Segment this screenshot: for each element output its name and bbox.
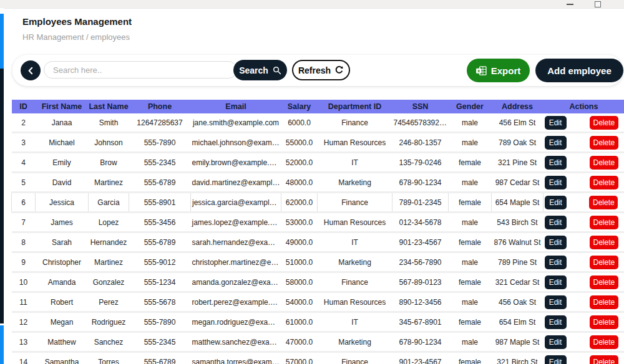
cell-actions: EditDelete [544,352,624,364]
toolbar-card: Search Refresh x Export Add employee [12,55,623,86]
column-header: Gender [449,100,492,113]
export-button[interactable]: x Export [467,59,530,82]
cell-actions: EditDelete [544,133,624,153]
cell-ssn: 012-34-5678 [392,213,449,232]
cell-email: amanda.gonzalez@example.com [191,272,281,292]
cell-phone: 555-2345 [129,332,191,352]
cell-ssn: 901-23-4567 [392,232,449,252]
cell-department: Finance [318,352,392,364]
back-button[interactable] [21,60,41,80]
cell-ssn: 678-90-1234 [392,173,449,193]
cell-address: 987 Maple St [492,332,544,352]
cell-ssn: 234-56-7890 [392,252,449,272]
cell-gender: female [449,352,492,364]
cell-salary: 51000.0 [281,252,318,272]
edit-button[interactable]: Edit [545,216,567,229]
column-header: SSN [392,100,449,113]
minimize-icon[interactable] [567,4,573,5]
edit-button[interactable]: Edit [545,335,567,349]
search-button-label: Search [239,65,268,75]
refresh-button[interactable]: Refresh [292,60,350,80]
delete-button[interactable]: Delete [590,335,618,349]
cell-gender: female [449,272,492,292]
search-button[interactable]: Search [233,60,287,80]
refresh-icon [334,65,344,75]
cell-address: 321 Cedar St [492,272,544,292]
cell-id: 14 [12,352,36,364]
cell-actions: EditDelete [544,213,624,232]
cell-department: Human Resources [318,213,392,232]
cell-phone: 555-6789 [129,173,191,193]
cell-address: 543 Birch St [492,213,544,232]
cell-salary: 61000.0 [281,312,318,332]
cell-last_name: Sanchez [89,332,129,352]
cell-salary: 58000.0 [281,272,318,292]
delete-button[interactable]: Delete [590,116,618,130]
search-input[interactable] [44,61,237,79]
cell-department: Finance [318,113,392,133]
cell-actions: EditDelete [544,292,624,312]
cell-first_name: Samantha [36,352,89,364]
cell-last_name: Brow [89,153,129,173]
cell-last_name: Martinez [89,252,129,272]
edit-button[interactable]: Edit [545,315,567,329]
cell-department: Finance [318,193,392,213]
cell-address: 456 Oak St [492,292,544,312]
cell-last_name: Perez [89,292,129,312]
edit-button[interactable]: Edit [545,355,567,364]
edit-button[interactable]: Edit [545,116,567,130]
delete-button[interactable]: Delete [590,275,618,289]
cell-first_name: Robert [36,292,89,312]
cell-address: 987 Cedar St [492,173,544,193]
column-header: Salary [281,100,318,113]
excel-icon: x [476,66,487,75]
left-sidebar-strip [0,8,4,364]
delete-button[interactable]: Delete [590,236,618,249]
cell-email: christopher.martinez@example.... [191,252,281,272]
cell-id: 11 [12,292,36,312]
edit-button[interactable]: Edit [545,156,567,170]
edit-button[interactable]: Edit [545,196,567,209]
cell-actions: EditDelete [544,232,624,252]
column-header: Phone [129,100,191,113]
delete-button[interactable]: Delete [590,176,618,189]
cell-id: 12 [12,312,36,332]
cell-salary: 57000.0 [281,352,318,364]
cell-department: IT [318,312,392,332]
cell-salary: 52000.0 [281,153,318,173]
cell-first_name: Emily [36,153,89,173]
maximize-icon[interactable] [595,1,601,7]
edit-button[interactable]: Edit [545,176,567,189]
delete-button[interactable]: Delete [590,355,618,364]
edit-button[interactable]: Edit [545,236,567,249]
table-row: 5DavidMartinez555-6789david.martinez@exa… [12,173,624,193]
cell-gender: male [449,292,492,312]
cell-id: 8 [12,232,36,252]
cell-email: james.lopez@example.com [191,213,281,232]
edit-button[interactable]: Edit [545,256,567,269]
sidebar-dark-section [0,69,4,323]
cell-address: 876 Walnut St [492,232,544,252]
delete-button[interactable]: Delete [590,216,618,229]
cell-id: 3 [12,133,36,153]
cell-first_name: Jessica [36,193,89,213]
table-row: 4EmilyBrow555-2345emily.brown@example.co… [12,153,624,173]
cell-id: 10 [12,272,36,292]
cell-phone: 555-8901 [129,193,191,213]
edit-button[interactable]: Edit [545,136,567,150]
edit-button[interactable]: Edit [545,295,567,309]
delete-button[interactable]: Delete [590,295,618,309]
edit-button[interactable]: Edit [545,275,567,289]
table-row: 8SarahHernandez555-6789sarah.hernandez@e… [12,232,624,252]
cell-gender: female [449,193,492,213]
cell-ssn: 789-01-2345 [392,193,449,213]
delete-button[interactable]: Delete [590,136,618,150]
delete-button[interactable]: Delete [590,256,618,269]
delete-button[interactable]: Delete [589,196,618,209]
cell-gender: female [449,153,492,173]
add-employee-button[interactable]: Add employee [535,59,623,82]
delete-button[interactable]: Delete [590,156,618,170]
cell-first_name: Christopher [36,252,89,272]
delete-button[interactable]: Delete [590,315,618,329]
table-row: 11RobertPerez555-5678robert.perez@exampl… [12,292,624,312]
